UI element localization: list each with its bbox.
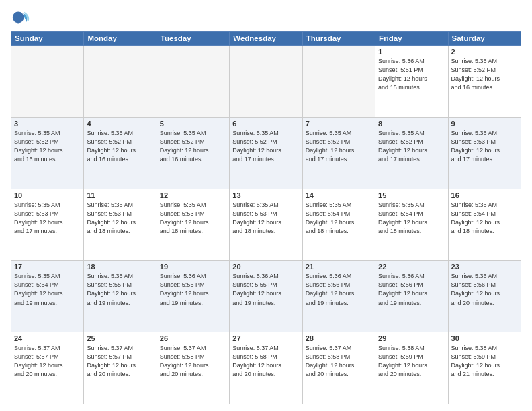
calendar-cell: 13Sunrise: 5:35 AM Sunset: 5:53 PM Dayli… — [230, 189, 302, 261]
day-number: 8 — [378, 120, 445, 128]
calendar-cell — [157, 46, 229, 118]
calendar-cell — [230, 46, 302, 118]
calendar-cell: 26Sunrise: 5:37 AM Sunset: 5:58 PM Dayli… — [157, 332, 229, 404]
day-number: 26 — [160, 334, 226, 342]
day-number: 7 — [306, 120, 372, 128]
calendar-cell: 28Sunrise: 5:37 AM Sunset: 5:58 PM Dayli… — [302, 332, 375, 404]
day-info: Sunrise: 5:38 AM Sunset: 5:59 PM Dayligh… — [378, 344, 445, 379]
day-info: Sunrise: 5:35 AM Sunset: 5:52 PM Dayligh… — [451, 57, 518, 92]
day-number: 19 — [160, 263, 226, 271]
day-number: 21 — [306, 263, 372, 271]
weekday-header: Monday — [84, 32, 157, 46]
day-number: 24 — [14, 334, 81, 342]
page: SundayMondayTuesdayWednesdayThursdayFrid… — [0, 0, 532, 411]
calendar-cell: 19Sunrise: 5:36 AM Sunset: 5:55 PM Dayli… — [157, 261, 229, 332]
calendar-cell: 11Sunrise: 5:35 AM Sunset: 5:53 PM Dayli… — [84, 189, 157, 261]
calendar-cell: 6Sunrise: 5:35 AM Sunset: 5:52 PM Daylig… — [230, 117, 302, 189]
day-info: Sunrise: 5:36 AM Sunset: 5:56 PM Dayligh… — [451, 272, 518, 307]
day-info: Sunrise: 5:35 AM Sunset: 5:54 PM Dayligh… — [14, 272, 81, 307]
top-area — [11, 8, 521, 27]
day-info: Sunrise: 5:35 AM Sunset: 5:55 PM Dayligh… — [87, 272, 153, 307]
calendar-cell: 10Sunrise: 5:35 AM Sunset: 5:53 PM Dayli… — [11, 189, 84, 261]
day-info: Sunrise: 5:37 AM Sunset: 5:58 PM Dayligh… — [160, 344, 226, 379]
day-number: 28 — [306, 334, 372, 342]
day-info: Sunrise: 5:35 AM Sunset: 5:54 PM Dayligh… — [378, 201, 445, 236]
day-info: Sunrise: 5:35 AM Sunset: 5:54 PM Dayligh… — [306, 201, 372, 236]
calendar-cell — [302, 46, 375, 118]
day-info: Sunrise: 5:38 AM Sunset: 5:59 PM Dayligh… — [451, 344, 518, 379]
weekday-header: Sunday — [11, 32, 84, 46]
day-number: 27 — [232, 334, 299, 342]
day-number: 22 — [378, 263, 445, 271]
day-number: 15 — [378, 191, 445, 199]
calendar-cell: 22Sunrise: 5:36 AM Sunset: 5:56 PM Dayli… — [375, 261, 448, 332]
calendar-cell: 18Sunrise: 5:35 AM Sunset: 5:55 PM Dayli… — [84, 261, 157, 332]
day-number: 20 — [232, 263, 299, 271]
calendar-cell: 5Sunrise: 5:35 AM Sunset: 5:52 PM Daylig… — [157, 117, 229, 189]
day-info: Sunrise: 5:35 AM Sunset: 5:52 PM Dayligh… — [232, 129, 299, 164]
day-info: Sunrise: 5:35 AM Sunset: 5:53 PM Dayligh… — [160, 201, 226, 236]
day-info: Sunrise: 5:37 AM Sunset: 5:58 PM Dayligh… — [306, 344, 372, 379]
day-info: Sunrise: 5:36 AM Sunset: 5:56 PM Dayligh… — [306, 272, 372, 307]
day-info: Sunrise: 5:37 AM Sunset: 5:57 PM Dayligh… — [87, 344, 153, 379]
calendar-cell: 12Sunrise: 5:35 AM Sunset: 5:53 PM Dayli… — [157, 189, 229, 261]
day-number: 25 — [87, 334, 153, 342]
day-info: Sunrise: 5:36 AM Sunset: 5:51 PM Dayligh… — [378, 57, 445, 92]
calendar-cell: 29Sunrise: 5:38 AM Sunset: 5:59 PM Dayli… — [375, 332, 448, 404]
logo — [11, 8, 32, 27]
day-info: Sunrise: 5:37 AM Sunset: 5:58 PM Dayligh… — [232, 344, 299, 379]
calendar-cell: 24Sunrise: 5:37 AM Sunset: 5:57 PM Dayli… — [11, 332, 84, 404]
day-info: Sunrise: 5:35 AM Sunset: 5:52 PM Dayligh… — [14, 129, 81, 164]
day-number: 10 — [14, 191, 81, 199]
day-info: Sunrise: 5:35 AM Sunset: 5:52 PM Dayligh… — [160, 129, 226, 164]
svg-point-0 — [13, 12, 24, 24]
day-number: 6 — [232, 120, 299, 128]
day-number: 3 — [14, 120, 81, 128]
calendar-cell: 25Sunrise: 5:37 AM Sunset: 5:57 PM Dayli… — [84, 332, 157, 404]
calendar-cell: 2Sunrise: 5:35 AM Sunset: 5:52 PM Daylig… — [448, 46, 521, 118]
calendar-cell: 4Sunrise: 5:35 AM Sunset: 5:52 PM Daylig… — [84, 117, 157, 189]
weekday-header: Saturday — [448, 32, 521, 46]
day-info: Sunrise: 5:35 AM Sunset: 5:53 PM Dayligh… — [451, 129, 518, 164]
day-info: Sunrise: 5:35 AM Sunset: 5:53 PM Dayligh… — [232, 201, 299, 236]
day-number: 16 — [451, 191, 518, 199]
calendar-week-row: 1Sunrise: 5:36 AM Sunset: 5:51 PM Daylig… — [11, 46, 521, 118]
day-number: 14 — [306, 191, 372, 199]
calendar-cell: 7Sunrise: 5:35 AM Sunset: 5:52 PM Daylig… — [302, 117, 375, 189]
weekday-header: Friday — [375, 32, 448, 46]
calendar-cell — [11, 46, 84, 118]
calendar-week-row: 24Sunrise: 5:37 AM Sunset: 5:57 PM Dayli… — [11, 332, 521, 404]
day-number: 17 — [14, 263, 81, 271]
day-info: Sunrise: 5:35 AM Sunset: 5:53 PM Dayligh… — [87, 201, 153, 236]
calendar-cell: 9Sunrise: 5:35 AM Sunset: 5:53 PM Daylig… — [448, 117, 521, 189]
day-number: 5 — [160, 120, 226, 128]
calendar-cell: 16Sunrise: 5:35 AM Sunset: 5:54 PM Dayli… — [448, 189, 521, 261]
day-info: Sunrise: 5:35 AM Sunset: 5:54 PM Dayligh… — [451, 201, 518, 236]
calendar-week-row: 3Sunrise: 5:35 AM Sunset: 5:52 PM Daylig… — [11, 117, 521, 189]
day-number: 12 — [160, 191, 226, 199]
weekday-header: Thursday — [302, 32, 375, 46]
weekday-header: Tuesday — [157, 32, 229, 46]
day-info: Sunrise: 5:35 AM Sunset: 5:53 PM Dayligh… — [14, 201, 81, 236]
calendar-cell: 20Sunrise: 5:36 AM Sunset: 5:55 PM Dayli… — [230, 261, 302, 332]
calendar-cell: 15Sunrise: 5:35 AM Sunset: 5:54 PM Dayli… — [375, 189, 448, 261]
weekday-header: Wednesday — [230, 32, 302, 46]
day-number: 30 — [451, 334, 518, 342]
day-info: Sunrise: 5:36 AM Sunset: 5:55 PM Dayligh… — [232, 272, 299, 307]
calendar: SundayMondayTuesdayWednesdayThursdayFrid… — [11, 31, 521, 404]
calendar-week-row: 17Sunrise: 5:35 AM Sunset: 5:54 PM Dayli… — [11, 261, 521, 332]
calendar-week-row: 10Sunrise: 5:35 AM Sunset: 5:53 PM Dayli… — [11, 189, 521, 261]
calendar-cell: 3Sunrise: 5:35 AM Sunset: 5:52 PM Daylig… — [11, 117, 84, 189]
day-number: 11 — [87, 191, 153, 199]
day-info: Sunrise: 5:35 AM Sunset: 5:52 PM Dayligh… — [378, 129, 445, 164]
day-number: 13 — [232, 191, 299, 199]
calendar-cell: 21Sunrise: 5:36 AM Sunset: 5:56 PM Dayli… — [302, 261, 375, 332]
calendar-cell: 14Sunrise: 5:35 AM Sunset: 5:54 PM Dayli… — [302, 189, 375, 261]
day-info: Sunrise: 5:35 AM Sunset: 5:52 PM Dayligh… — [306, 129, 372, 164]
calendar-cell: 23Sunrise: 5:36 AM Sunset: 5:56 PM Dayli… — [448, 261, 521, 332]
day-number: 1 — [378, 48, 445, 56]
calendar-cell: 8Sunrise: 5:35 AM Sunset: 5:52 PM Daylig… — [375, 117, 448, 189]
day-number: 23 — [451, 263, 518, 271]
day-number: 18 — [87, 263, 153, 271]
calendar-cell: 30Sunrise: 5:38 AM Sunset: 5:59 PM Dayli… — [448, 332, 521, 404]
